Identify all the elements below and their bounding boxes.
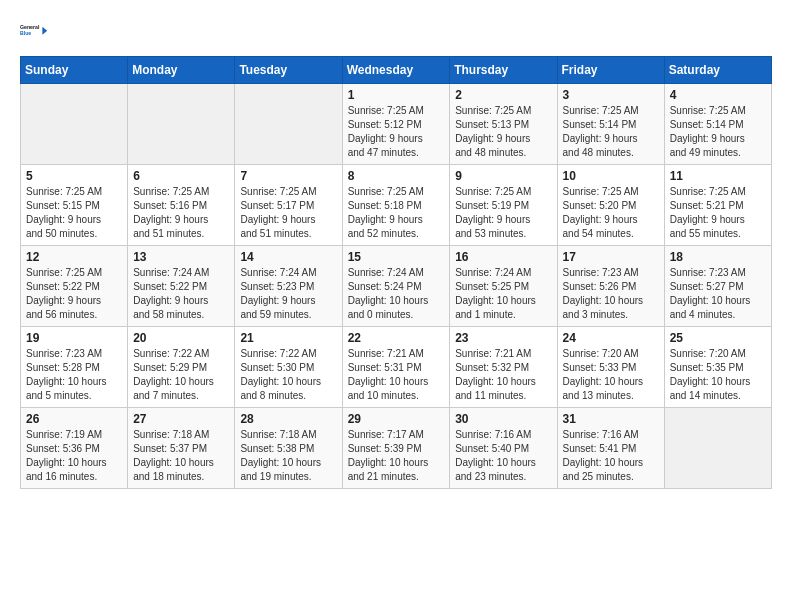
calendar-cell xyxy=(235,84,342,165)
calendar-cell: 2Sunrise: 7:25 AM Sunset: 5:13 PM Daylig… xyxy=(450,84,557,165)
logo-icon: GeneralBlue xyxy=(20,16,52,44)
day-info: Sunrise: 7:21 AM Sunset: 5:32 PM Dayligh… xyxy=(455,347,551,403)
weekday-header-thursday: Thursday xyxy=(450,57,557,84)
day-info: Sunrise: 7:22 AM Sunset: 5:30 PM Dayligh… xyxy=(240,347,336,403)
calendar-cell xyxy=(21,84,128,165)
calendar-cell: 28Sunrise: 7:18 AM Sunset: 5:38 PM Dayli… xyxy=(235,408,342,489)
day-number: 15 xyxy=(348,250,445,264)
day-info: Sunrise: 7:25 AM Sunset: 5:17 PM Dayligh… xyxy=(240,185,336,241)
day-number: 9 xyxy=(455,169,551,183)
day-info: Sunrise: 7:24 AM Sunset: 5:22 PM Dayligh… xyxy=(133,266,229,322)
day-info: Sunrise: 7:23 AM Sunset: 5:26 PM Dayligh… xyxy=(563,266,659,322)
calendar-cell: 21Sunrise: 7:22 AM Sunset: 5:30 PM Dayli… xyxy=(235,327,342,408)
day-info: Sunrise: 7:25 AM Sunset: 5:15 PM Dayligh… xyxy=(26,185,122,241)
calendar-cell xyxy=(128,84,235,165)
day-number: 19 xyxy=(26,331,122,345)
day-number: 24 xyxy=(563,331,659,345)
day-info: Sunrise: 7:25 AM Sunset: 5:18 PM Dayligh… xyxy=(348,185,445,241)
calendar-cell: 3Sunrise: 7:25 AM Sunset: 5:14 PM Daylig… xyxy=(557,84,664,165)
day-number: 5 xyxy=(26,169,122,183)
day-number: 11 xyxy=(670,169,766,183)
page-header: GeneralBlue xyxy=(20,16,772,44)
calendar-cell: 16Sunrise: 7:24 AM Sunset: 5:25 PM Dayli… xyxy=(450,246,557,327)
calendar-cell: 10Sunrise: 7:25 AM Sunset: 5:20 PM Dayli… xyxy=(557,165,664,246)
calendar-week-row: 1Sunrise: 7:25 AM Sunset: 5:12 PM Daylig… xyxy=(21,84,772,165)
day-info: Sunrise: 7:16 AM Sunset: 5:40 PM Dayligh… xyxy=(455,428,551,484)
calendar-cell: 8Sunrise: 7:25 AM Sunset: 5:18 PM Daylig… xyxy=(342,165,450,246)
calendar-cell: 1Sunrise: 7:25 AM Sunset: 5:12 PM Daylig… xyxy=(342,84,450,165)
day-info: Sunrise: 7:23 AM Sunset: 5:27 PM Dayligh… xyxy=(670,266,766,322)
calendar-cell: 18Sunrise: 7:23 AM Sunset: 5:27 PM Dayli… xyxy=(664,246,771,327)
svg-text:General: General xyxy=(20,24,40,30)
calendar-cell: 20Sunrise: 7:22 AM Sunset: 5:29 PM Dayli… xyxy=(128,327,235,408)
calendar-cell: 7Sunrise: 7:25 AM Sunset: 5:17 PM Daylig… xyxy=(235,165,342,246)
day-number: 29 xyxy=(348,412,445,426)
calendar-cell: 27Sunrise: 7:18 AM Sunset: 5:37 PM Dayli… xyxy=(128,408,235,489)
day-number: 1 xyxy=(348,88,445,102)
day-number: 8 xyxy=(348,169,445,183)
calendar-cell: 24Sunrise: 7:20 AM Sunset: 5:33 PM Dayli… xyxy=(557,327,664,408)
day-number: 30 xyxy=(455,412,551,426)
day-info: Sunrise: 7:25 AM Sunset: 5:12 PM Dayligh… xyxy=(348,104,445,160)
calendar-cell: 23Sunrise: 7:21 AM Sunset: 5:32 PM Dayli… xyxy=(450,327,557,408)
day-info: Sunrise: 7:17 AM Sunset: 5:39 PM Dayligh… xyxy=(348,428,445,484)
day-number: 31 xyxy=(563,412,659,426)
day-info: Sunrise: 7:24 AM Sunset: 5:24 PM Dayligh… xyxy=(348,266,445,322)
day-number: 6 xyxy=(133,169,229,183)
logo: GeneralBlue xyxy=(20,16,52,44)
calendar-cell: 4Sunrise: 7:25 AM Sunset: 5:14 PM Daylig… xyxy=(664,84,771,165)
day-number: 21 xyxy=(240,331,336,345)
day-info: Sunrise: 7:25 AM Sunset: 5:20 PM Dayligh… xyxy=(563,185,659,241)
weekday-header-sunday: Sunday xyxy=(21,57,128,84)
day-number: 14 xyxy=(240,250,336,264)
day-info: Sunrise: 7:24 AM Sunset: 5:23 PM Dayligh… xyxy=(240,266,336,322)
calendar-cell: 31Sunrise: 7:16 AM Sunset: 5:41 PM Dayli… xyxy=(557,408,664,489)
day-number: 13 xyxy=(133,250,229,264)
day-number: 16 xyxy=(455,250,551,264)
calendar-cell: 5Sunrise: 7:25 AM Sunset: 5:15 PM Daylig… xyxy=(21,165,128,246)
day-info: Sunrise: 7:20 AM Sunset: 5:33 PM Dayligh… xyxy=(563,347,659,403)
day-info: Sunrise: 7:23 AM Sunset: 5:28 PM Dayligh… xyxy=(26,347,122,403)
day-info: Sunrise: 7:19 AM Sunset: 5:36 PM Dayligh… xyxy=(26,428,122,484)
calendar-cell: 29Sunrise: 7:17 AM Sunset: 5:39 PM Dayli… xyxy=(342,408,450,489)
day-number: 18 xyxy=(670,250,766,264)
day-info: Sunrise: 7:16 AM Sunset: 5:41 PM Dayligh… xyxy=(563,428,659,484)
day-number: 17 xyxy=(563,250,659,264)
day-number: 23 xyxy=(455,331,551,345)
calendar-cell: 30Sunrise: 7:16 AM Sunset: 5:40 PM Dayli… xyxy=(450,408,557,489)
day-info: Sunrise: 7:18 AM Sunset: 5:37 PM Dayligh… xyxy=(133,428,229,484)
calendar-cell: 12Sunrise: 7:25 AM Sunset: 5:22 PM Dayli… xyxy=(21,246,128,327)
calendar-cell: 14Sunrise: 7:24 AM Sunset: 5:23 PM Dayli… xyxy=(235,246,342,327)
day-number: 7 xyxy=(240,169,336,183)
page-container: GeneralBlue SundayMondayTuesdayWednesday… xyxy=(0,0,792,509)
day-number: 28 xyxy=(240,412,336,426)
calendar-cell: 22Sunrise: 7:21 AM Sunset: 5:31 PM Dayli… xyxy=(342,327,450,408)
weekday-header-saturday: Saturday xyxy=(664,57,771,84)
day-info: Sunrise: 7:25 AM Sunset: 5:22 PM Dayligh… xyxy=(26,266,122,322)
calendar-week-row: 19Sunrise: 7:23 AM Sunset: 5:28 PM Dayli… xyxy=(21,327,772,408)
day-number: 3 xyxy=(563,88,659,102)
day-number: 10 xyxy=(563,169,659,183)
calendar-cell: 19Sunrise: 7:23 AM Sunset: 5:28 PM Dayli… xyxy=(21,327,128,408)
weekday-header-friday: Friday xyxy=(557,57,664,84)
day-info: Sunrise: 7:25 AM Sunset: 5:14 PM Dayligh… xyxy=(563,104,659,160)
weekday-header-monday: Monday xyxy=(128,57,235,84)
day-number: 26 xyxy=(26,412,122,426)
weekday-header-tuesday: Tuesday xyxy=(235,57,342,84)
day-info: Sunrise: 7:21 AM Sunset: 5:31 PM Dayligh… xyxy=(348,347,445,403)
day-number: 22 xyxy=(348,331,445,345)
day-info: Sunrise: 7:25 AM Sunset: 5:19 PM Dayligh… xyxy=(455,185,551,241)
day-number: 25 xyxy=(670,331,766,345)
day-number: 4 xyxy=(670,88,766,102)
day-info: Sunrise: 7:25 AM Sunset: 5:14 PM Dayligh… xyxy=(670,104,766,160)
day-info: Sunrise: 7:22 AM Sunset: 5:29 PM Dayligh… xyxy=(133,347,229,403)
calendar-table: SundayMondayTuesdayWednesdayThursdayFrid… xyxy=(20,56,772,489)
calendar-cell: 15Sunrise: 7:24 AM Sunset: 5:24 PM Dayli… xyxy=(342,246,450,327)
day-info: Sunrise: 7:20 AM Sunset: 5:35 PM Dayligh… xyxy=(670,347,766,403)
day-number: 27 xyxy=(133,412,229,426)
calendar-week-row: 5Sunrise: 7:25 AM Sunset: 5:15 PM Daylig… xyxy=(21,165,772,246)
day-number: 12 xyxy=(26,250,122,264)
calendar-cell: 26Sunrise: 7:19 AM Sunset: 5:36 PM Dayli… xyxy=(21,408,128,489)
calendar-week-row: 12Sunrise: 7:25 AM Sunset: 5:22 PM Dayli… xyxy=(21,246,772,327)
calendar-cell: 17Sunrise: 7:23 AM Sunset: 5:26 PM Dayli… xyxy=(557,246,664,327)
